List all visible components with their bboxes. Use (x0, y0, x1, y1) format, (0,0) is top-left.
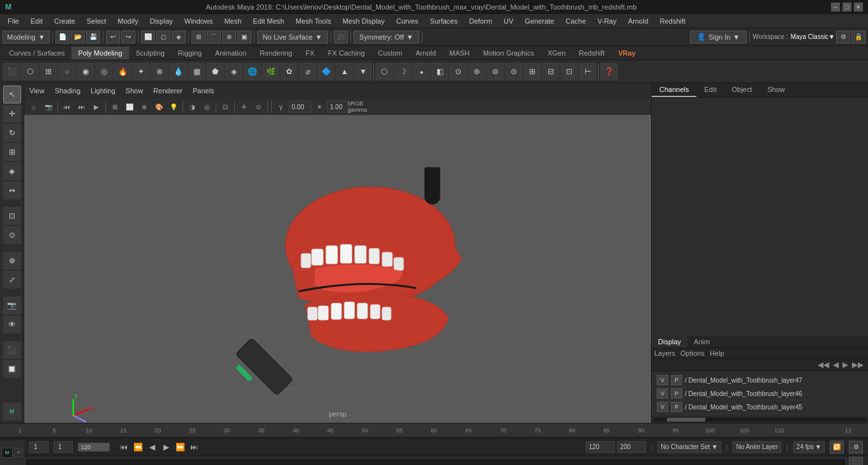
shelf-icon-14[interactable]: 🌐 (243, 63, 261, 80)
layer-v-btn[interactable]: V (657, 402, 668, 412)
snap-curve-btn[interactable]: ⌒ (207, 31, 221, 43)
new-scene-btn[interactable]: 📄 (56, 31, 70, 43)
menu-item-mesh-display[interactable]: Mesh Display (338, 16, 390, 26)
vp-play-btn[interactable]: ▶ (89, 100, 103, 113)
shelf-icon-25[interactable]: ⊙ (449, 63, 467, 80)
shelf-icon-5[interactable]: ◉ (77, 63, 94, 80)
tab-custom[interactable]: Custom (371, 47, 408, 59)
pb-next-btn[interactable]: ⏩ (174, 441, 186, 453)
mode-dropdown[interactable]: Modeling ▼ (3, 31, 50, 43)
soft-select-btn[interactable]: ↭ (3, 181, 21, 199)
shelf-icon-29[interactable]: ⊞ (523, 63, 541, 80)
shelf-icon-9[interactable]: ⊗ (151, 63, 168, 80)
shelf-icon-18[interactable]: 🔷 (317, 63, 335, 80)
vp-texture-btn[interactable]: 🎨 (152, 100, 166, 113)
sign-in-btn[interactable]: 👤 Sign In ▼ (690, 31, 747, 43)
mini-maya-btn[interactable]: M (1, 448, 13, 458)
show-tab[interactable]: Show (760, 83, 793, 97)
range-field-120[interactable]: 120 (586, 441, 615, 453)
shelf-icon-27[interactable]: ⊜ (486, 63, 504, 80)
tab-rigging[interactable]: Rigging (172, 47, 208, 59)
close-button[interactable]: ✕ (854, 3, 863, 11)
maximize-button[interactable]: □ (842, 3, 851, 11)
menu-item-edit[interactable]: Edit (26, 16, 48, 26)
tab-redshift[interactable]: Redshift (572, 47, 611, 59)
live-surface-btn[interactable]: No Live Surface ▼ (257, 31, 328, 43)
shelf-icon-2[interactable]: ⬡ (21, 63, 39, 80)
tab-fx[interactable]: FX (299, 47, 321, 59)
help-sub[interactable]: Help (710, 349, 724, 357)
shelf-icon-8[interactable]: ✦ (132, 63, 150, 80)
tab-arnold[interactable]: Arnold (409, 47, 442, 59)
move-tool-btn[interactable]: ✛ (3, 105, 21, 123)
viewport-renderer-menu[interactable]: Renderer (153, 87, 183, 95)
mel-input[interactable] (25, 458, 846, 466)
workspace-lock-btn[interactable]: 🔒 (851, 31, 865, 43)
shelf-icon-23[interactable]: ⬥ (412, 63, 430, 80)
lasso-select-btn[interactable]: ⊡ (3, 207, 21, 225)
camera-btn[interactable]: 🎥 (334, 31, 348, 43)
pb-prev-btn[interactable]: ⏪ (131, 441, 144, 453)
viewport-lighting-menu[interactable]: Lighting (91, 87, 116, 95)
viewport-view-menu[interactable]: View (29, 87, 45, 95)
vp-next-frame-btn[interactable]: ⏭ (75, 100, 89, 113)
layer-p-btn[interactable]: P (671, 375, 682, 385)
menu-item-curves[interactable]: Curves (391, 16, 424, 26)
paint-select-btn[interactable]: ⊙ (3, 226, 21, 244)
shelf-icon-21[interactable]: ⬡ (375, 63, 393, 80)
shelf-icon-30[interactable]: ⊟ (542, 63, 560, 80)
shelf-icon-15[interactable]: 🌿 (262, 63, 280, 80)
rotate-tool-btn[interactable]: ↻ (3, 124, 21, 142)
menu-item-windows[interactable]: Windows (179, 16, 218, 26)
render-btn[interactable]: ⬛ (3, 341, 21, 359)
shelf-icon-17[interactable]: ⌀ (299, 63, 317, 80)
menu-item-surfaces[interactable]: Surfaces (425, 16, 463, 26)
nav-last[interactable]: ▶▶ (850, 360, 865, 369)
anim-slider[interactable]: 120 (78, 443, 110, 452)
tab-vray[interactable]: VRay (611, 47, 642, 59)
vp-grid-btn[interactable]: ⊞ (108, 100, 122, 113)
pb-play-btn[interactable]: ▶ (160, 441, 172, 453)
vp-home-btn[interactable]: ⌂ (27, 100, 41, 113)
layer-row[interactable]: V P / Dental_Model_with_Toothbrush_layer… (654, 400, 865, 414)
mel-script-btn[interactable]: M (3, 402, 21, 420)
snap-grid-btn[interactable]: ⊞ (191, 31, 206, 43)
edit-tab[interactable]: Edit (696, 83, 724, 97)
shelf-icon-13[interactable]: ◈ (225, 63, 243, 80)
nav-next[interactable]: ▶ (841, 360, 850, 369)
snap-view-btn[interactable]: ▣ (237, 31, 251, 43)
minimize-button[interactable]: ─ (831, 3, 840, 11)
no-char-set-dropdown[interactable]: No Character Set ▼ (657, 441, 721, 453)
menu-item-cache[interactable]: Cache (560, 16, 591, 26)
current-frame-field2[interactable]: 1 (29, 441, 49, 453)
anim-tab[interactable]: Anim (687, 336, 716, 347)
shelf-icon-4[interactable]: ○ (58, 63, 76, 80)
menu-item-create[interactable]: Create (49, 16, 80, 26)
tab-sculpting[interactable]: Sculpting (130, 47, 171, 59)
layer-row[interactable]: V P / Dental_Model_with_Toothbrush_layer… (654, 387, 865, 400)
tab-poly-modeling[interactable]: Poly Modeling (71, 47, 128, 59)
dimensions-btn[interactable]: ⤢ (3, 271, 21, 289)
scale-tool-btn[interactable]: ⊞ (3, 143, 21, 161)
no-anim-layer-dropdown[interactable]: No Anim Layer (733, 441, 781, 453)
layer-v-btn[interactable]: V (657, 375, 668, 385)
paint-btn[interactable]: ◈ (172, 31, 186, 43)
shelf-icon-16[interactable]: ✿ (280, 63, 298, 80)
tab-motion-graphics[interactable]: Motion Graphics (477, 47, 541, 59)
hscroll-thumb[interactable] (667, 418, 705, 422)
loop-btn[interactable]: 🔁 (830, 441, 844, 454)
tab-curves-/-surfaces[interactable]: Curves / Surfaces (3, 47, 71, 59)
nav-first[interactable]: ◀◀ (816, 360, 831, 369)
universal-tool-btn[interactable]: ◈ (3, 162, 21, 180)
vp-smooth-btn[interactable]: ⊕ (137, 100, 151, 113)
vp-isolate-btn[interactable]: ⊡ (218, 100, 232, 113)
shelf-icon-10[interactable]: 💧 (169, 63, 187, 80)
shelf-icon-1[interactable]: ⬛ (3, 63, 20, 80)
layer-v-btn[interactable]: V (657, 388, 668, 399)
workspace-settings-btn[interactable]: ⚙ (836, 31, 850, 43)
vp-manip-btn[interactable]: ✛ (237, 100, 251, 113)
tab-animation[interactable]: Animation (209, 47, 253, 59)
shelf-icon-24[interactable]: ◧ (431, 63, 449, 80)
symmetry-btn[interactable]: Symmetry: Off ▼ (354, 31, 419, 43)
layer-hscroll[interactable] (652, 416, 868, 423)
